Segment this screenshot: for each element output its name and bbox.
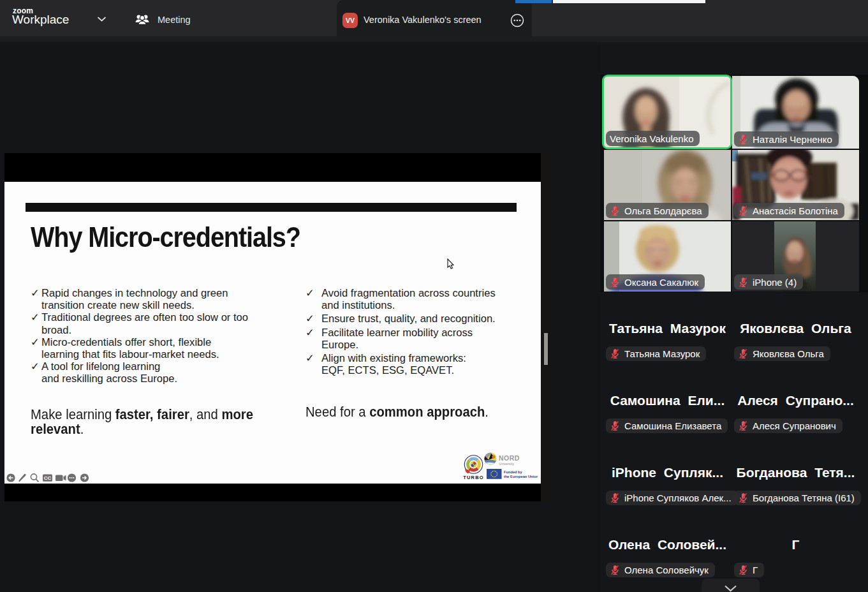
svg-text:Funded by: Funded by bbox=[504, 470, 523, 474]
svg-text:the European Union: the European Union bbox=[504, 475, 538, 478]
svg-text:University: University bbox=[499, 462, 515, 466]
svg-text:TURBO: TURBO bbox=[463, 475, 484, 480]
svg-text:CC: CC bbox=[44, 475, 52, 481]
svg-text:NORD: NORD bbox=[499, 454, 520, 462]
